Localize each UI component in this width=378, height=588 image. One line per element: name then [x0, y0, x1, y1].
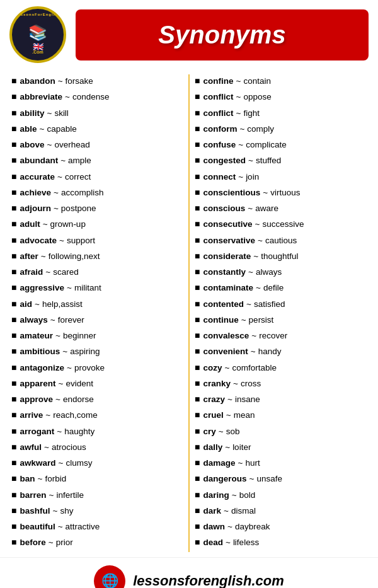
list-item: ■conscious ~ aware [195, 202, 367, 215]
synonym: grown-up [50, 218, 86, 231]
list-item: ■convalesce ~ recover [195, 329, 367, 342]
synonym: always [256, 266, 282, 279]
bullet-icon: ■ [11, 138, 16, 151]
synonym: prior [56, 536, 73, 549]
title-banner: Synonyms [76, 9, 369, 61]
list-item: ■cranky ~ cross [195, 377, 367, 390]
list-item: ■bashful ~ shy [11, 504, 183, 517]
word: abbreviate [20, 91, 62, 103]
list-item: ■connect ~ join [195, 170, 367, 183]
list-item: ■afraid ~ scared [11, 265, 183, 279]
synonym: successive [262, 218, 304, 231]
bullet-icon: ■ [195, 472, 200, 485]
bullet-icon: ■ [11, 472, 16, 485]
list-item: ■consecutive ~ successive [195, 217, 367, 231]
word: always [20, 314, 47, 326]
list-item: ■before ~ prior [11, 536, 183, 549]
bullet-icon: ■ [195, 313, 200, 326]
word: before [20, 536, 45, 549]
word: ability [20, 107, 44, 120]
bullet-icon: ■ [11, 202, 16, 215]
bullet-icon: ■ [195, 504, 200, 517]
logo-books-icon: 📚 [28, 24, 47, 42]
word: dead [203, 536, 223, 549]
word: dark [203, 505, 221, 517]
bullet-icon: ■ [11, 107, 16, 120]
bullet-icon: ■ [11, 122, 16, 135]
word: consecutive [203, 218, 252, 231]
synonym: aware [255, 202, 278, 215]
list-item: ■conform ~ comply [195, 122, 367, 135]
bullet-icon: ■ [11, 377, 16, 390]
bullet-icon: ■ [11, 520, 16, 533]
word: arrive [20, 409, 43, 422]
word: conform [203, 123, 237, 135]
word: approve [20, 393, 53, 406]
content-area: ■abandon ~ forsake■abbreviate ~ condense… [0, 69, 378, 557]
header: LessonsForEnglish 📚 🇬🇧 .Com Synonyms [0, 0, 378, 69]
word: beautiful [20, 521, 55, 533]
bullet-icon: ■ [11, 74, 16, 88]
synonym: atrocious [52, 441, 86, 454]
bullet-icon: ■ [195, 425, 200, 438]
list-item: ■dally ~ loiter [195, 441, 367, 454]
list-item: ■accurate ~ correct [11, 170, 183, 183]
word: congested [203, 154, 246, 167]
word: after [20, 250, 38, 263]
synonym: shy [60, 505, 73, 517]
word: conservative [203, 234, 255, 247]
bullet-icon: ■ [195, 377, 200, 390]
synonym: sob [226, 425, 240, 438]
word: confine [203, 75, 233, 88]
bullet-icon: ■ [195, 250, 200, 263]
synonym: dismal [231, 505, 256, 517]
bullet-icon: ■ [11, 361, 16, 374]
synonym: mean [234, 409, 255, 422]
list-item: ■aggressive ~ militant [11, 281, 183, 294]
list-item: ■conservative ~ cautious [195, 234, 367, 247]
bullet-icon: ■ [11, 456, 16, 470]
bullet-icon: ■ [195, 154, 200, 167]
bullet-icon: ■ [195, 186, 200, 199]
word: ambitious [20, 345, 60, 358]
list-item: ■barren ~ infertile [11, 488, 183, 502]
bullet-icon: ■ [195, 393, 200, 406]
list-item: ■aid ~ help,assist [11, 297, 183, 311]
word: barren [20, 489, 46, 502]
word: convenient [203, 345, 248, 358]
bullet-icon: ■ [195, 107, 200, 120]
list-item: ■approve ~ endorse [11, 393, 183, 406]
list-item: ■advocate ~ support [11, 234, 183, 247]
bullet-icon: ■ [195, 297, 200, 311]
bullet-icon: ■ [195, 361, 200, 374]
synonym: help,assist [42, 298, 83, 311]
synonym: forbid [45, 473, 66, 485]
logo: LessonsForEnglish 📚 🇬🇧 .Com [9, 6, 66, 63]
footer-url: lessonsforenglish.com [133, 573, 284, 589]
word: confuse [203, 139, 236, 151]
bullet-icon: ■ [195, 488, 200, 502]
synonym: stuffed [256, 154, 281, 167]
synonym: endorse [63, 393, 94, 406]
synonym: comply [247, 123, 274, 135]
list-item: ■awkward ~ clumsy [11, 456, 183, 470]
list-item: ■ability ~ skill [11, 107, 183, 120]
word: aggressive [20, 282, 64, 294]
list-item: ■continue ~ persist [195, 313, 367, 326]
synonym: cross [241, 378, 261, 390]
bullet-icon: ■ [11, 265, 16, 279]
bullet-icon: ■ [11, 488, 16, 502]
synonym: handy [258, 345, 282, 358]
word: cozy [203, 362, 222, 374]
bullet-icon: ■ [11, 425, 16, 438]
synonym: insane [235, 393, 260, 406]
list-item: ■conflict ~ fight [195, 107, 367, 120]
word: ban [20, 473, 35, 485]
word: dally [203, 441, 222, 454]
list-item: ■antagonize ~ provoke [11, 361, 183, 374]
synonym: fight [243, 107, 260, 120]
bullet-icon: ■ [11, 313, 16, 326]
bullet-icon: ■ [195, 138, 200, 151]
bullet-icon: ■ [195, 456, 200, 470]
synonym: skill [54, 107, 69, 120]
